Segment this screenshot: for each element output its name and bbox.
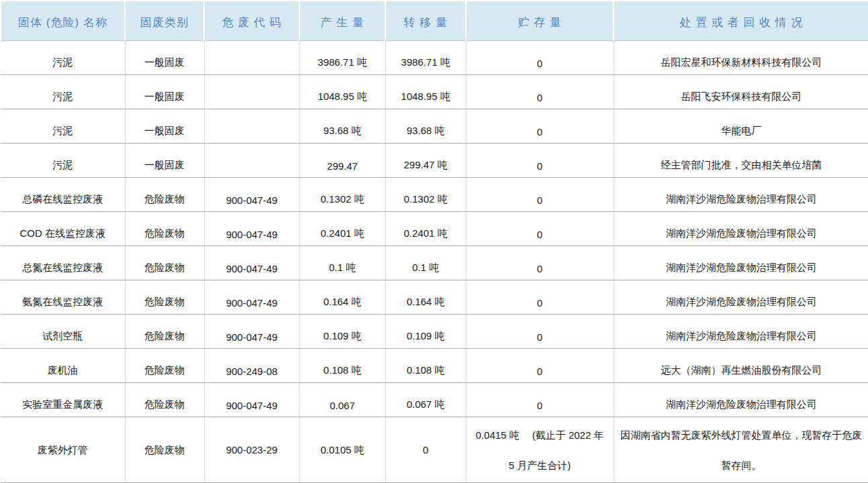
cell-name: 污泥 xyxy=(1,144,125,178)
cell-disposal: 岳阳宏星和环保新材料科技有限公司 xyxy=(614,41,868,75)
cell-stored: 0 xyxy=(466,280,614,315)
cell-code: 900-047-49 xyxy=(204,212,299,246)
cell-stored: 0 xyxy=(466,41,614,75)
table-body: 污泥一般固废3986.71 吨3986.71 吨0岳阳宏星和环保新材料科技有限公… xyxy=(1,41,868,483)
cell-category: 一般固废 xyxy=(125,75,204,109)
cell-transferred: 3986.71 吨 xyxy=(385,41,466,75)
cell-produced: 0.2401 吨 xyxy=(299,212,385,246)
cell-transferred: 0.109 吨 xyxy=(385,315,466,349)
cell-produced: 1048.95 吨 xyxy=(299,75,385,109)
cell-name: 污泥 xyxy=(1,41,125,75)
cell-code xyxy=(204,75,299,109)
cell-transferred: 0.164 吨 xyxy=(385,280,466,315)
cell-disposal: 远大（湖南）再生燃油股份有限公司 xyxy=(614,349,868,383)
table-row: 废机油危险废物900-249-080.108 吨0.108 吨0远大（湖南）再生… xyxy=(1,349,868,383)
table-row: 污泥一般固废299.47299.47 吨0经主管部门批准，交由相关单位培菌 xyxy=(1,144,868,178)
solid-waste-table: 固体 (危险) 名称 固废类别 危 废 代 码 产 生 量 转 移 量 贮 存 … xyxy=(0,0,868,483)
cell-transferred: 93.68 吨 xyxy=(385,109,466,144)
col-header-stored: 贮 存 量 xyxy=(466,1,614,41)
cell-transferred: 0.108 吨 xyxy=(385,349,466,383)
cell-code xyxy=(204,109,299,144)
col-header-disposal: 处 置 或 者 回 收 情 况 xyxy=(614,1,868,41)
table-row: 试剂空瓶危险废物900-047-490.109 吨0.109 吨0湖南洋沙湖危险… xyxy=(1,315,868,349)
col-header-category: 固废类别 xyxy=(125,1,204,41)
table-row: 总氮在线监控废液危险废物900-047-490.1 吨0.1 吨0湖南洋沙湖危险… xyxy=(1,246,868,280)
cell-disposal: 湖南洋沙湖危险废物治理有限公司 xyxy=(614,212,868,246)
cell-transferred: 0.1302 吨 xyxy=(385,178,466,212)
cell-code xyxy=(204,41,299,75)
cell-name: 总磷在线监控废液 xyxy=(1,178,125,212)
table-row: COD 在线监控废液危险废物900-047-490.2401 吨0.2401 吨… xyxy=(1,212,868,246)
cell-disposal: 湖南洋沙湖危险废物治理有限公司 xyxy=(614,315,868,349)
table-header-row: 固体 (危险) 名称 固废类别 危 废 代 码 产 生 量 转 移 量 贮 存 … xyxy=(1,1,868,41)
cell-transferred: 299.47 吨 xyxy=(385,144,466,178)
cell-category: 危险废物 xyxy=(125,212,204,246)
cell-produced: 0.0105 吨 xyxy=(299,417,385,483)
cell-code: 900-047-49 xyxy=(204,178,299,212)
cell-produced: 0.108 吨 xyxy=(299,349,385,383)
cell-stored: 0 xyxy=(466,315,614,349)
cell-category: 一般固废 xyxy=(125,41,204,75)
table-row: 氨氮在线监控废液危险废物900-047-490.164 吨0.164 吨0湖南洋… xyxy=(1,280,868,315)
col-header-waste-name: 固体 (危险) 名称 xyxy=(1,1,125,41)
cell-name: 废机油 xyxy=(1,349,125,383)
cell-produced: 93.68 吨 xyxy=(299,109,385,144)
cell-produced: 3986.71 吨 xyxy=(299,41,385,75)
cell-stored: 0 xyxy=(466,349,614,383)
cell-category: 危险废物 xyxy=(125,246,204,280)
cell-disposal: 湖南洋沙湖危险废物治理有限公司 xyxy=(614,280,868,315)
cell-transferred: 0.067 吨 xyxy=(385,383,466,417)
cell-produced: 299.47 xyxy=(299,144,385,178)
cell-name: 氨氮在线监控废液 xyxy=(1,280,125,315)
cell-stored: 0 xyxy=(466,178,614,212)
cell-produced: 0.1 吨 xyxy=(299,246,385,280)
cell-stored: 0 xyxy=(466,246,614,280)
cell-name: 污泥 xyxy=(1,109,125,144)
cell-transferred: 1048.95 吨 xyxy=(385,75,466,109)
cell-code: 900-047-49 xyxy=(204,383,299,417)
table-row: 污泥一般固废3986.71 吨3986.71 吨0岳阳宏星和环保新材料科技有限公… xyxy=(1,41,868,75)
table-row: 废紫外灯管危险废物900-023-290.0105 吨00.0415 吨 (截止… xyxy=(1,417,868,483)
cell-stored: 0 xyxy=(466,144,614,178)
cell-transferred: 0.1 吨 xyxy=(385,246,466,280)
cell-disposal: 经主管部门批准，交由相关单位培菌 xyxy=(614,144,868,178)
cell-category: 危险废物 xyxy=(125,417,204,483)
cell-category: 危险废物 xyxy=(125,280,204,315)
cell-disposal: 华能电厂 xyxy=(614,109,868,144)
cell-disposal: 湖南洋沙湖危险废物治理有限公司 xyxy=(614,246,868,280)
cell-transferred: 0.2401 吨 xyxy=(385,212,466,246)
cell-category: 危险废物 xyxy=(125,383,204,417)
cell-stored: 0 xyxy=(466,383,614,417)
cell-category: 一般固废 xyxy=(125,144,204,178)
cell-produced: 0.067 xyxy=(299,383,385,417)
cell-stored: 0.0415 吨 (截止于 2022 年 5 月产生合计) xyxy=(466,417,614,483)
cell-stored: 0 xyxy=(466,109,614,144)
cell-stored: 0 xyxy=(466,212,614,246)
col-header-produced: 产 生 量 xyxy=(299,1,385,41)
cell-disposal: 湖南洋沙湖危险废物治理有限公司 xyxy=(614,383,868,417)
cell-name: 总氮在线监控废液 xyxy=(1,246,125,280)
cell-name: 实验室重金属废液 xyxy=(1,383,125,417)
cell-disposal: 湖南洋沙湖危险废物治理有限公司 xyxy=(614,178,868,212)
table-row: 实验室重金属废液危险废物900-047-490.0670.067 吨0湖南洋沙湖… xyxy=(1,383,868,417)
col-header-code: 危 废 代 码 xyxy=(204,1,299,41)
cell-disposal: 岳阳飞安环保科技有限公司 xyxy=(614,75,868,109)
cell-category: 危险废物 xyxy=(125,178,204,212)
cell-category: 危险废物 xyxy=(125,349,204,383)
table-row: 总磷在线监控废液危险废物900-047-490.1302 吨0.1302 吨0湖… xyxy=(1,178,868,212)
cell-transferred: 0 xyxy=(385,417,466,483)
table-row: 污泥一般固废1048.95 吨1048.95 吨0岳阳飞安环保科技有限公司 xyxy=(1,75,868,109)
cell-name: COD 在线监控废液 xyxy=(1,212,125,246)
col-header-transferred: 转 移 量 xyxy=(385,1,466,41)
cell-code: 900-249-08 xyxy=(204,349,299,383)
cell-disposal: 因湖南省内暂无废紫外线灯管处置单位，现暂存于危废 暂存间。 xyxy=(614,417,868,483)
cell-category: 危险废物 xyxy=(125,315,204,349)
cell-code: 900-023-29 xyxy=(204,417,299,483)
cell-category: 一般固废 xyxy=(125,109,204,144)
cell-name: 废紫外灯管 xyxy=(1,417,125,483)
table-row: 污泥一般固废93.68 吨93.68 吨0华能电厂 xyxy=(1,109,868,144)
cell-name: 污泥 xyxy=(1,75,125,109)
cell-produced: 0.109 吨 xyxy=(299,315,385,349)
cell-produced: 0.1302 吨 xyxy=(299,178,385,212)
cell-produced: 0.164 吨 xyxy=(299,280,385,315)
